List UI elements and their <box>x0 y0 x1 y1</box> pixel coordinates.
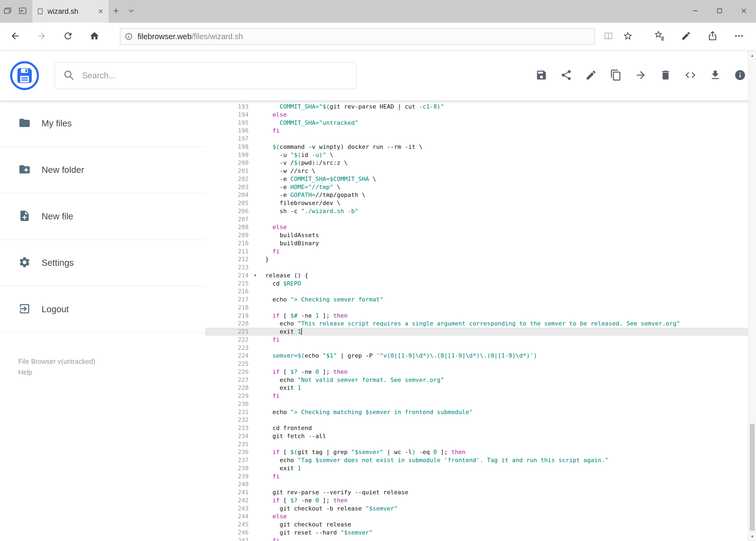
code-line[interactable]: 225 <box>205 360 756 368</box>
code-line[interactable]: 203 -e HOME="//tmp" \ <box>205 183 756 191</box>
code-editor[interactable]: 193 COMMIT_SHA="$(git rev-parse HEAD | c… <box>205 101 756 541</box>
code-line[interactable]: 240 <box>205 480 756 488</box>
maximize-button[interactable] <box>707 0 732 23</box>
code-line[interactable]: 218 <box>205 303 756 312</box>
code-line[interactable]: 194 else <box>205 111 756 119</box>
code-line[interactable]: 228 exit 1 <box>205 384 756 392</box>
forward-button[interactable] <box>32 27 51 46</box>
code-line[interactable]: 231 echo "> Checking matching $semver in… <box>205 408 756 416</box>
new-tab-button[interactable] <box>109 0 124 23</box>
more-settings-button[interactable] <box>729 27 749 46</box>
code-line[interactable]: 244 else <box>205 512 756 520</box>
reading-view-button[interactable] <box>599 27 618 46</box>
search-input[interactable] <box>82 71 348 81</box>
code-line[interactable]: 235 <box>205 440 756 448</box>
code-line[interactable]: 210 buildBinary <box>205 239 756 248</box>
fold-marker-icon[interactable]: ▾ <box>254 271 257 279</box>
set-tabs-aside-button[interactable] <box>15 0 30 23</box>
tab-close-icon[interactable] <box>97 8 104 15</box>
code-line[interactable]: 237 echo "Tag $semver does not exist in … <box>205 456 756 464</box>
code-line[interactable]: 238 exit 1 <box>205 464 756 472</box>
close-window-button[interactable] <box>732 0 756 23</box>
code-line[interactable]: 223 <box>205 344 756 352</box>
code-line[interactable]: 227 echo "Not valid semver format. See s… <box>205 376 756 384</box>
code-line[interactable]: 245 git checkout release <box>205 520 756 529</box>
download-button[interactable] <box>709 69 721 82</box>
code-line[interactable]: 200 -v /$(pwd):/src:z \ <box>205 159 756 167</box>
back-button[interactable] <box>5 27 25 46</box>
code-line[interactable]: 212} <box>205 255 756 264</box>
code-line[interactable]: 224 semver=$(echo "$1" | grep -P '^v(0|[… <box>205 352 756 360</box>
code-line[interactable]: 209 buildAssets <box>205 231 756 239</box>
site-info-icon[interactable] <box>125 32 133 41</box>
info-button[interactable] <box>734 69 746 82</box>
code-line[interactable]: 197 <box>205 135 756 143</box>
sidebar-item-my-files[interactable]: My files <box>0 101 205 147</box>
address-bar[interactable]: filebrowser.web/files/wizard.sh <box>120 28 595 45</box>
sidebar-item-settings[interactable]: Settings <box>0 240 205 286</box>
code-line[interactable]: 198 $(command -v winpty) docker run --rm… <box>205 143 756 151</box>
code-line[interactable]: 243 git checkout -b release "$semver" <box>205 505 756 513</box>
code-line[interactable]: 193 COMMIT_SHA="$(git rev-parse HEAD | c… <box>205 103 756 111</box>
code-line[interactable]: 216 <box>205 287 756 295</box>
code-line[interactable]: 202 -e COMMIT_SHA=$COMMIT_SHA \ <box>205 175 756 183</box>
code-line[interactable]: 242 if [ $? -ne 0 ]; then <box>205 496 756 505</box>
code-line[interactable]: 199 -u "$(id -u)" \ <box>205 151 756 159</box>
code-line[interactable]: 222 fi <box>205 336 756 344</box>
code-line[interactable]: 215 cd $REPO <box>205 279 756 287</box>
help-link[interactable]: Help <box>18 367 205 377</box>
code-line[interactable]: 213 <box>205 264 756 271</box>
vertical-scrollbar[interactable]: ▲ ▼ <box>748 51 756 541</box>
tabs-set-aside-button[interactable] <box>0 0 15 23</box>
code-line[interactable]: 206 sh -c "./wizard.sh -b" <box>205 207 756 215</box>
tab-wizard-sh[interactable]: wizard.sh <box>32 0 109 23</box>
code-line[interactable]: 239 fi <box>205 472 756 480</box>
share-file-button[interactable] <box>560 69 573 82</box>
move-button[interactable] <box>634 69 647 82</box>
code-line[interactable]: 234 git fetch --all <box>205 432 756 440</box>
code-line[interactable]: 207 <box>205 215 756 224</box>
code-line[interactable]: 214▾release () { <box>205 271 756 279</box>
home-button[interactable] <box>85 27 104 46</box>
code-line[interactable]: 211 fi <box>205 248 756 256</box>
code-line[interactable]: 232 <box>205 416 756 424</box>
delete-button[interactable] <box>659 69 672 82</box>
raw-code-button[interactable] <box>684 69 697 82</box>
code-line[interactable]: 241 git rev-parse --verify --quiet relea… <box>205 488 756 496</box>
code-line[interactable]: 221 exit 1 <box>205 327 756 336</box>
sidebar-item-logout[interactable]: Logout <box>0 286 205 333</box>
refresh-button[interactable] <box>58 27 78 46</box>
share-button[interactable] <box>703 27 722 46</box>
add-favorite-button[interactable] <box>618 27 637 46</box>
copy-button[interactable] <box>610 69 622 82</box>
sidebar-item-new-folder[interactable]: New folder <box>0 147 205 194</box>
code-line[interactable]: 236 if [ $(git tag | grep "$semver" | wc… <box>205 448 756 456</box>
code-line[interactable]: 208 else <box>205 223 756 231</box>
scroll-down-arrow[interactable]: ▼ <box>748 532 756 540</box>
save-button[interactable] <box>535 69 548 82</box>
code-line[interactable]: 195 COMMIT_SHA="untracked" <box>205 119 756 127</box>
code-line[interactable]: 205 filebrowser/dev \ <box>205 199 756 207</box>
code-line[interactable]: 226 if [ $? -ne 0 ]; then <box>205 368 756 376</box>
code-line[interactable]: 247 fi <box>205 537 756 541</box>
code-line[interactable]: 229 fi <box>205 392 756 400</box>
code-line[interactable]: 204 -e GOPATH=//tmp/gopath \ <box>205 191 756 199</box>
code-line[interactable]: 220 echo "This release script requires a… <box>205 319 756 327</box>
code-line[interactable]: 246 git reset --hard "$semver" <box>205 529 756 537</box>
code-line[interactable]: 233 cd frontend <box>205 424 756 432</box>
code-line[interactable]: 196 fi <box>205 127 756 135</box>
hub-button[interactable] <box>650 27 669 46</box>
scrollbar-thumb[interactable] <box>750 424 755 531</box>
web-note-button[interactable] <box>676 27 696 46</box>
scroll-up-arrow[interactable]: ▲ <box>748 51 756 59</box>
filebrowser-logo[interactable] <box>10 61 39 91</box>
code-line[interactable]: 230 <box>205 400 756 408</box>
sidebar-item-new-file[interactable]: New file <box>0 194 205 240</box>
search-box[interactable] <box>55 62 357 89</box>
edit-button[interactable] <box>585 69 597 82</box>
code-line[interactable]: 201 -w //src \ <box>205 167 756 175</box>
minimize-button[interactable] <box>683 0 707 23</box>
tab-preview-toggle[interactable] <box>124 0 139 23</box>
code-line[interactable]: 219 if [ $# -ne 1 ]; then <box>205 312 756 320</box>
code-line[interactable]: 217 echo "> Checking semver format" <box>205 295 756 303</box>
